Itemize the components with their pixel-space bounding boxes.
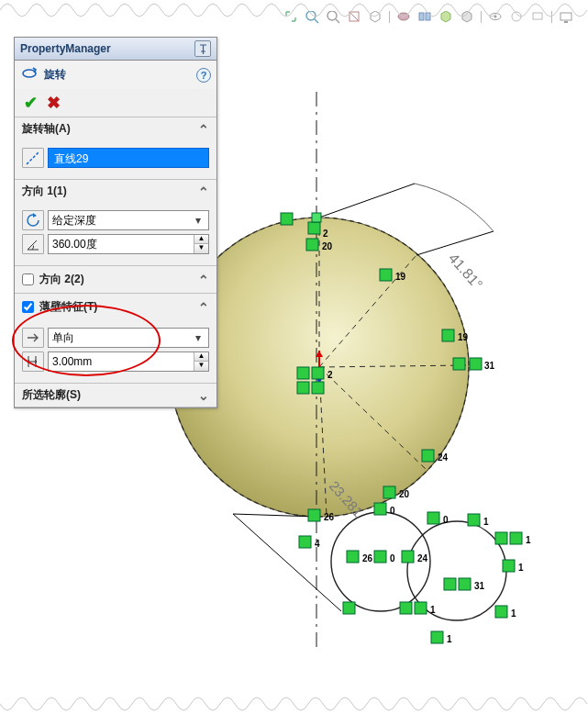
svg-rect-24 [380, 269, 392, 281]
svg-point-74 [327, 11, 337, 20]
section-header-dir1[interactable]: 方向 1(1) ⌃ [15, 179, 216, 203]
view-toolbar [282, 7, 575, 26]
thickness-input[interactable] [49, 355, 194, 368]
svg-rect-36 [422, 450, 434, 462]
svg-rect-70 [431, 631, 443, 643]
svg-text:1: 1 [430, 605, 436, 615]
thickness-icon [22, 351, 44, 372]
feature-name: 旋转 [44, 67, 66, 83]
svg-line-8 [319, 184, 415, 218]
svg-text:19: 19 [458, 332, 469, 342]
angle-spinner[interactable]: ▲▼ [194, 235, 208, 253]
angle-input[interactable] [49, 238, 194, 251]
svg-point-78 [398, 13, 409, 20]
svg-line-75 [336, 19, 339, 23]
collapse-icon[interactable]: ⌃ [198, 300, 209, 315]
svg-rect-20 [312, 213, 321, 222]
chevron-down-icon: ▾ [192, 214, 205, 227]
section-header-axis[interactable]: 旋转轴(A) ⌃ [15, 117, 216, 140]
svg-point-83 [512, 12, 521, 21]
thickness-spinner[interactable]: ▲▼ [194, 352, 208, 371]
collapse-icon[interactable]: ⌃ [198, 273, 209, 287]
chevron-down-icon: ▾ [192, 331, 205, 344]
panel-title: PropertyManager [20, 42, 111, 55]
revolve-icon [20, 64, 39, 85]
svg-rect-57 [510, 532, 522, 544]
svg-rect-40 [308, 509, 320, 521]
thin-feature-checkbox[interactable] [22, 301, 34, 313]
svg-rect-29 [470, 358, 482, 370]
svg-text:1: 1 [483, 517, 489, 527]
svg-rect-85 [560, 13, 571, 20]
svg-rect-66 [415, 602, 427, 614]
svg-rect-35 [312, 382, 324, 394]
svg-rect-84 [533, 13, 542, 19]
svg-point-87 [23, 70, 36, 77]
svg-rect-68 [495, 606, 507, 618]
svg-text:0: 0 [443, 515, 449, 525]
svg-text:4: 4 [315, 539, 320, 549]
collapse-icon[interactable]: ⌃ [198, 122, 209, 137]
section-header-dir2[interactable]: 方向 2(2) ⌃ [15, 265, 216, 293]
svg-rect-62 [459, 578, 471, 590]
ok-button[interactable]: ✔ [24, 93, 38, 113]
svg-rect-42 [374, 503, 386, 515]
angle-dimension: 41.81° [446, 251, 486, 293]
svg-text:1: 1 [518, 563, 524, 573]
svg-rect-61 [444, 578, 456, 590]
svg-rect-44 [299, 536, 311, 548]
svg-text:20: 20 [322, 241, 333, 251]
zoom-fit-button[interactable] [282, 7, 300, 26]
fullscreen-button[interactable] [557, 7, 575, 26]
svg-rect-86 [564, 21, 568, 23]
expand-icon[interactable]: ⌄ [198, 388, 209, 403]
reverse-direction-icon[interactable] [22, 210, 44, 230]
pin-icon[interactable] [194, 40, 211, 57]
section-header-contour[interactable]: 所选轮廓(S) ⌄ [15, 383, 216, 407]
end-condition-combo[interactable]: 给定深度 ▾ [48, 210, 209, 230]
zoom-area-button[interactable] [303, 7, 321, 26]
svg-text:1: 1 [447, 634, 452, 644]
svg-rect-80 [426, 13, 430, 20]
reverse-thin-icon[interactable] [22, 328, 44, 348]
view-orientation-button[interactable] [366, 7, 384, 26]
previous-view-button[interactable] [324, 7, 342, 26]
collapse-icon[interactable]: ⌃ [198, 184, 209, 199]
thin-type-combo[interactable]: 单向 ▾ [48, 328, 209, 348]
svg-line-88 [27, 151, 39, 164]
svg-rect-59 [503, 560, 515, 572]
svg-rect-65 [400, 602, 412, 614]
svg-rect-26 [442, 329, 454, 341]
svg-rect-31 [297, 367, 309, 379]
svg-text:19: 19 [395, 272, 406, 282]
apply-scene-button[interactable] [458, 7, 476, 26]
svg-text:24: 24 [417, 553, 428, 563]
svg-text:1: 1 [511, 608, 516, 619]
svg-text:31: 31 [474, 581, 485, 591]
render-tools-button[interactable] [507, 7, 526, 26]
visibility-button[interactable] [486, 7, 505, 26]
svg-rect-22 [306, 239, 318, 251]
help-button[interactable]: ? [196, 68, 211, 83]
svg-rect-50 [402, 551, 414, 563]
svg-text:0: 0 [390, 506, 395, 516]
axis-selection[interactable]: 直线29 [48, 148, 209, 168]
svg-rect-28 [453, 358, 465, 370]
hide-show-button[interactable] [416, 7, 434, 26]
view-settings-button[interactable] [528, 7, 547, 26]
axis-icon [22, 148, 44, 168]
dir2-checkbox[interactable] [22, 273, 34, 285]
svg-rect-19 [308, 222, 320, 234]
scene-button[interactable] [437, 7, 455, 26]
section-view-button[interactable] [345, 7, 363, 26]
cancel-button[interactable]: ✖ [47, 93, 61, 113]
svg-point-82 [494, 16, 497, 18]
svg-rect-38 [383, 486, 395, 498]
display-style-button[interactable] [394, 7, 413, 26]
svg-rect-52 [427, 512, 439, 524]
section-header-thin[interactable]: 薄壁特征(T) ⌃ [15, 293, 216, 320]
svg-text:2: 2 [327, 370, 333, 380]
svg-rect-54 [468, 514, 480, 526]
svg-line-77 [349, 12, 359, 21]
svg-rect-34 [297, 382, 309, 394]
